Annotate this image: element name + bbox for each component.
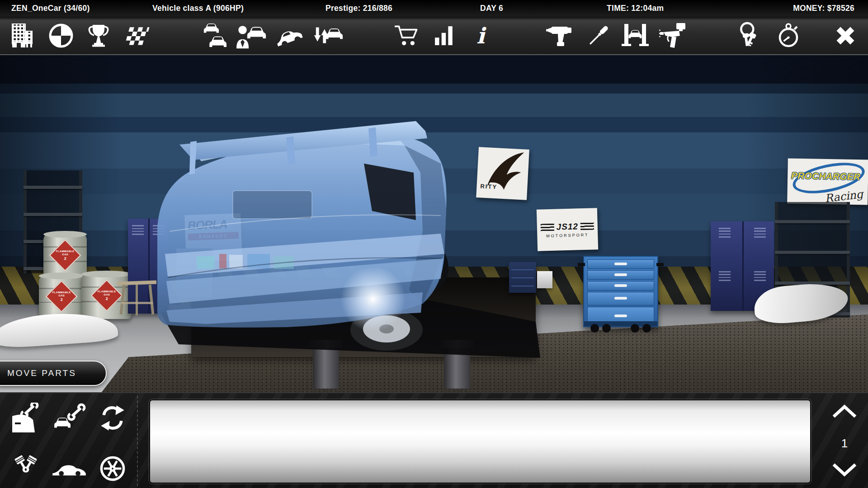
car-keys-icon[interactable] — [732, 18, 768, 53]
info-icon[interactable]: i — [463, 18, 498, 53]
info-glyph: i — [476, 25, 485, 47]
car-body-icon[interactable] — [50, 449, 89, 488]
close-icon[interactable] — [828, 18, 863, 53]
money-label: MONEY: $78526 — [793, 4, 854, 13]
panel-divider — [137, 396, 138, 486]
day-label: DAY 6 — [480, 4, 503, 13]
procharger-banner: PROCHARGER Racing — [787, 158, 868, 205]
js12-banner: JS12 MOTORSPORT — [537, 208, 598, 251]
move-parts-button[interactable]: MOVE PARTS — [0, 361, 107, 386]
door-parts-icon[interactable] — [6, 399, 45, 437]
move-parts-label: MOVE PARTS — [0, 368, 76, 378]
vehicle-class-label: Vehicle class A (906HP) — [152, 4, 244, 13]
parts-list-panel[interactable] — [149, 399, 811, 483]
drill-icon[interactable] — [543, 18, 578, 53]
buy-sell-icon[interactable] — [311, 18, 346, 53]
race-flag-icon[interactable] — [118, 18, 153, 53]
procharger-title: PROCHARGER — [791, 170, 860, 183]
time-label: TIME: 12:04am — [607, 4, 664, 13]
wooden-stool — [118, 281, 156, 317]
garage-scene: BORLA EXHAUST RITY JS12 MOTORSPORT PROCH… — [0, 55, 868, 392]
car-dealer-icon[interactable] — [234, 18, 269, 53]
page-down-button[interactable] — [830, 458, 859, 482]
screwdriver-icon[interactable] — [580, 18, 615, 53]
my-cars-icon[interactable] — [197, 18, 232, 53]
status-bar: ZEN_OneCar (34/60) Vehicle class A (906H… — [0, 0, 868, 17]
page-up-button[interactable] — [830, 399, 859, 423]
test-drive-icon[interactable] — [43, 18, 79, 53]
shop-cart-icon[interactable] — [390, 18, 425, 53]
prestige-label: Prestige: 216/886 — [326, 4, 392, 13]
js12-title: JS12 — [556, 221, 578, 232]
engine-parts-icon[interactable] — [6, 449, 45, 488]
js12-right-wing — [580, 222, 594, 230]
trophy-icon[interactable] — [81, 18, 116, 53]
lift-icon[interactable] — [618, 18, 653, 53]
rotate-view-icon[interactable] — [93, 399, 132, 437]
barrel-top: FLAMMABLEGAS2 — [43, 234, 87, 278]
skip-time-icon[interactable] — [771, 18, 806, 53]
js12-subtitle: MOTORSPORT — [546, 232, 589, 238]
barrel-left: FLAMMABLEGAS2 — [39, 276, 84, 319]
car-body-shell[interactable] — [151, 118, 545, 371]
garage-icon[interactable] — [5, 18, 40, 53]
profile-label: ZEN_OneCar (34/60) — [11, 4, 90, 13]
blue-tool-cabinet — [583, 256, 658, 327]
game-root: ZEN_OneCar (34/60) Vehicle class A (906H… — [0, 0, 868, 488]
bottom-panel: 1 — [0, 392, 868, 488]
main-toolbar: i — [0, 17, 868, 55]
page-number: 1 — [830, 436, 859, 450]
statistics-icon[interactable] — [427, 18, 462, 53]
wheels-icon[interactable] — [93, 449, 132, 488]
car-auction-icon[interactable] — [272, 18, 307, 53]
car-parts-icon[interactable] — [50, 399, 89, 437]
paint-gun-icon[interactable] — [656, 18, 691, 53]
